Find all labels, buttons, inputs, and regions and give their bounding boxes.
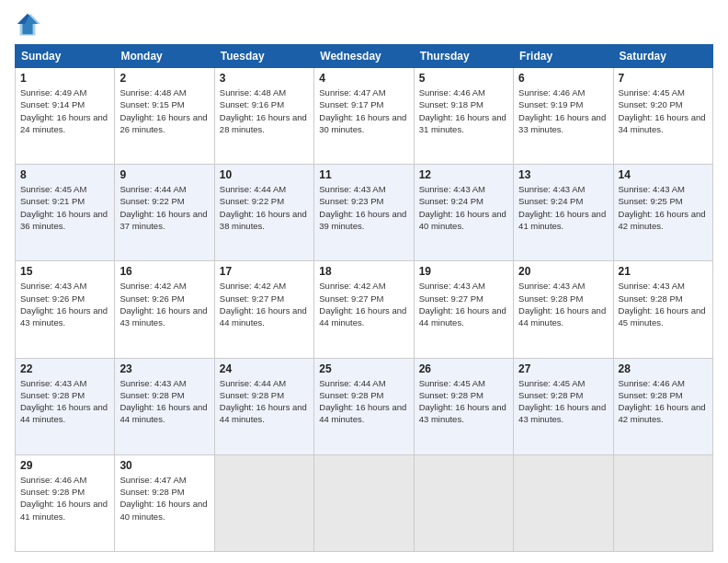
table-row: 19Sunrise: 4:43 AMSunset: 9:27 PMDayligh… [414,261,513,358]
day-info: Sunrise: 4:47 AMSunset: 9:17 PMDaylight:… [319,87,406,134]
day-info: Sunrise: 4:43 AMSunset: 9:26 PMDaylight:… [20,281,108,327]
day-number: 17 [220,265,309,278]
table-row: 13Sunrise: 4:43 AMSunset: 9:24 PMDayligh… [514,165,613,261]
calendar-week-1: 1Sunrise: 4:49 AMSunset: 9:14 PMDaylight… [16,68,713,165]
day-info: Sunrise: 4:44 AMSunset: 9:22 PMDaylight:… [220,184,307,231]
day-info: Sunrise: 4:43 AMSunset: 9:24 PMDaylight:… [518,184,606,231]
table-row: 8Sunrise: 4:45 AMSunset: 9:21 PMDaylight… [16,165,115,261]
day-info: Sunrise: 4:45 AMSunset: 9:28 PMDaylight:… [419,378,506,425]
day-info: Sunrise: 4:45 AMSunset: 9:21 PMDaylight:… [20,184,108,231]
day-number: 16 [119,265,209,278]
day-number: 14 [619,168,708,181]
day-info: Sunrise: 4:48 AMSunset: 9:15 PMDaylight:… [119,87,207,134]
day-info: Sunrise: 4:42 AMSunset: 9:27 PMDaylight:… [319,281,406,327]
table-row: 24Sunrise: 4:44 AMSunset: 9:28 PMDayligh… [214,358,313,454]
table-row: 3Sunrise: 4:48 AMSunset: 9:16 PMDaylight… [214,68,313,165]
day-info: Sunrise: 4:46 AMSunset: 9:28 PMDaylight:… [619,378,706,425]
table-row: 20Sunrise: 4:43 AMSunset: 9:28 PMDayligh… [514,261,613,358]
day-info: Sunrise: 4:44 AMSunset: 9:22 PMDaylight:… [119,184,207,231]
day-number: 4 [319,72,408,85]
day-number: 30 [119,459,209,472]
table-row: 26Sunrise: 4:45 AMSunset: 9:28 PMDayligh… [414,358,513,454]
day-number: 10 [220,168,309,181]
table-row: 16Sunrise: 4:42 AMSunset: 9:26 PMDayligh… [115,261,214,358]
table-row [314,454,414,551]
table-row: 18Sunrise: 4:42 AMSunset: 9:27 PMDayligh… [314,261,414,358]
day-info: Sunrise: 4:46 AMSunset: 9:19 PMDaylight:… [518,87,606,134]
table-row: 4Sunrise: 4:47 AMSunset: 9:17 PMDaylight… [314,68,414,165]
day-info: Sunrise: 4:42 AMSunset: 9:27 PMDaylight:… [220,281,307,327]
logo [15,11,44,37]
table-row [514,454,613,551]
col-thursday: Thursday [414,45,513,68]
day-info: Sunrise: 4:45 AMSunset: 9:20 PMDaylight:… [619,87,706,134]
table-row: 2Sunrise: 4:48 AMSunset: 9:15 PMDaylight… [115,68,214,165]
day-info: Sunrise: 4:46 AMSunset: 9:18 PMDaylight:… [419,87,506,134]
page: Sunday Monday Tuesday Wednesday Thursday… [0,0,728,563]
table-row: 9Sunrise: 4:44 AMSunset: 9:22 PMDaylight… [115,165,214,261]
day-info: Sunrise: 4:43 AMSunset: 9:28 PMDaylight:… [518,281,606,327]
day-info: Sunrise: 4:45 AMSunset: 9:28 PMDaylight:… [518,378,606,425]
day-info: Sunrise: 4:46 AMSunset: 9:28 PMDaylight:… [20,475,108,522]
day-info: Sunrise: 4:43 AMSunset: 9:23 PMDaylight:… [319,184,406,231]
day-number: 20 [518,265,608,278]
table-row: 5Sunrise: 4:46 AMSunset: 9:18 PMDaylight… [414,68,513,165]
day-number: 24 [220,362,309,375]
day-info: Sunrise: 4:47 AMSunset: 9:28 PMDaylight:… [119,475,207,522]
calendar-week-5: 29Sunrise: 4:46 AMSunset: 9:28 PMDayligh… [16,454,713,551]
table-row: 27Sunrise: 4:45 AMSunset: 9:28 PMDayligh… [514,358,613,454]
calendar-week-3: 15Sunrise: 4:43 AMSunset: 9:26 PMDayligh… [16,261,713,358]
day-number: 8 [20,168,109,181]
col-sunday: Sunday [16,45,115,68]
header-row: Sunday Monday Tuesday Wednesday Thursday… [16,45,713,68]
day-number: 19 [419,265,508,278]
day-number: 2 [119,72,209,85]
table-row [613,454,712,551]
table-row: 14Sunrise: 4:43 AMSunset: 9:25 PMDayligh… [613,165,712,261]
day-info: Sunrise: 4:43 AMSunset: 9:27 PMDaylight:… [419,281,506,327]
day-number: 27 [518,362,608,375]
day-number: 3 [220,72,309,85]
day-info: Sunrise: 4:44 AMSunset: 9:28 PMDaylight:… [319,378,406,425]
day-info: Sunrise: 4:44 AMSunset: 9:28 PMDaylight:… [220,378,307,425]
table-row: 12Sunrise: 4:43 AMSunset: 9:24 PMDayligh… [414,165,513,261]
day-info: Sunrise: 4:42 AMSunset: 9:26 PMDaylight:… [119,281,207,327]
logo-icon [15,11,40,37]
table-row: 7Sunrise: 4:45 AMSunset: 9:20 PMDaylight… [613,68,712,165]
table-row: 10Sunrise: 4:44 AMSunset: 9:22 PMDayligh… [214,165,313,261]
day-number: 29 [20,459,109,472]
day-number: 15 [20,265,109,278]
table-row: 23Sunrise: 4:43 AMSunset: 9:28 PMDayligh… [115,358,214,454]
table-row: 6Sunrise: 4:46 AMSunset: 9:19 PMDaylight… [514,68,613,165]
svg-marker-1 [20,14,40,36]
day-number: 5 [419,72,508,85]
col-tuesday: Tuesday [214,45,313,68]
day-number: 6 [518,72,608,85]
day-number: 22 [20,362,109,375]
col-monday: Monday [115,45,214,68]
day-info: Sunrise: 4:48 AMSunset: 9:16 PMDaylight:… [220,87,307,134]
day-number: 21 [619,265,708,278]
day-info: Sunrise: 4:43 AMSunset: 9:28 PMDaylight:… [619,281,706,327]
day-number: 12 [419,168,508,181]
day-number: 18 [319,265,408,278]
day-number: 25 [319,362,408,375]
col-wednesday: Wednesday [314,45,414,68]
table-row [214,454,313,551]
table-row: 15Sunrise: 4:43 AMSunset: 9:26 PMDayligh… [16,261,115,358]
table-row: 17Sunrise: 4:42 AMSunset: 9:27 PMDayligh… [214,261,313,358]
header [15,11,713,37]
day-number: 7 [619,72,708,85]
table-row: 22Sunrise: 4:43 AMSunset: 9:28 PMDayligh… [16,358,115,454]
day-number: 9 [119,168,209,181]
day-info: Sunrise: 4:43 AMSunset: 9:24 PMDaylight:… [419,184,506,231]
table-row: 25Sunrise: 4:44 AMSunset: 9:28 PMDayligh… [314,358,414,454]
calendar-week-4: 22Sunrise: 4:43 AMSunset: 9:28 PMDayligh… [16,358,713,454]
table-row: 11Sunrise: 4:43 AMSunset: 9:23 PMDayligh… [314,165,414,261]
table-row: 30Sunrise: 4:47 AMSunset: 9:28 PMDayligh… [115,454,214,551]
calendar-week-2: 8Sunrise: 4:45 AMSunset: 9:21 PMDaylight… [16,165,713,261]
table-row: 29Sunrise: 4:46 AMSunset: 9:28 PMDayligh… [16,454,115,551]
col-saturday: Saturday [613,45,712,68]
day-number: 28 [619,362,708,375]
day-number: 11 [319,168,408,181]
